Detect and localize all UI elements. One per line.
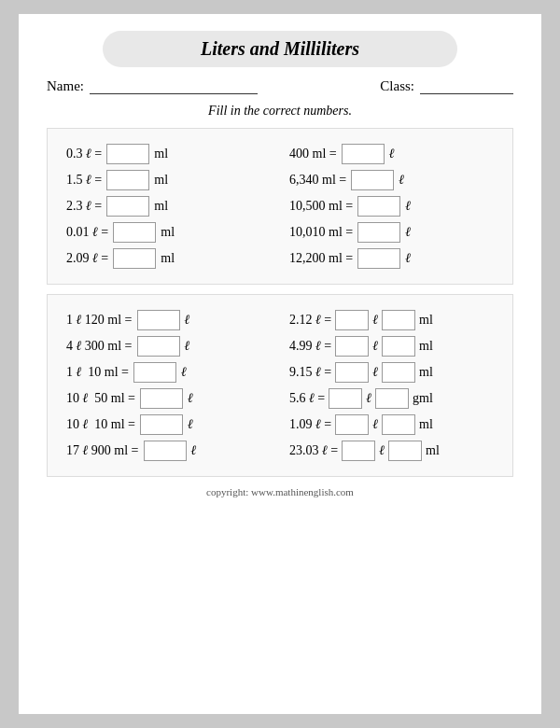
answer-input[interactable] <box>106 170 149 190</box>
right-label: 4.99 ℓ = <box>289 339 331 354</box>
copyright-text: copyright: www.mathinenglish.com <box>47 486 513 497</box>
answer-input[interactable] <box>382 362 415 383</box>
right-unit1: ℓ <box>372 339 378 354</box>
right-expr: 400 ml = ℓ <box>280 144 498 164</box>
right-expr: 5.6 ℓ = ℓ gml <box>280 388 498 409</box>
left-label: 1.5 ℓ = <box>66 173 102 188</box>
answer-input[interactable] <box>357 196 400 217</box>
name-class-row: Name: Class: <box>47 78 513 94</box>
left-label: 1 ℓ 120 ml = <box>66 313 133 328</box>
table-row: 4 ℓ 300 ml = ℓ 4.99 ℓ = ℓ ml <box>62 336 498 357</box>
right-unit2: ml <box>419 313 433 328</box>
table-row: 10 ℓ 10 ml = ℓ 1.09 ℓ = ℓ ml <box>62 414 498 435</box>
page-title: Liters and Milliliters <box>103 31 457 67</box>
left-label: 2.09 ℓ = <box>66 251 108 266</box>
right-label: 23.03 ℓ = <box>289 443 338 458</box>
left-unit: ml <box>161 225 175 240</box>
answer-input[interactable] <box>137 310 180 330</box>
table-row: 2.3 ℓ = ml 10,500 ml = ℓ <box>62 196 498 217</box>
right-expr: 2.12 ℓ = ℓ ml <box>280 310 498 330</box>
answer-input[interactable] <box>382 414 415 435</box>
answer-input[interactable] <box>342 441 375 461</box>
right-expr: 6,340 ml = ℓ <box>280 170 498 190</box>
left-unit: ℓ <box>188 391 193 406</box>
answer-input[interactable] <box>335 310 369 330</box>
left-expr: 10 ℓ 10 ml = ℓ <box>62 414 280 435</box>
worksheet-page: Liters and Milliliters Name: Class: Fill… <box>19 14 541 714</box>
answer-input[interactable] <box>144 441 187 461</box>
right-unit: ℓ <box>405 199 411 214</box>
answer-input[interactable] <box>382 336 415 357</box>
left-unit: ℓ <box>185 313 190 328</box>
answer-input[interactable] <box>357 248 400 269</box>
right-unit1: ℓ <box>366 391 371 406</box>
right-expr: 23.03 ℓ = ℓ ml <box>280 441 498 461</box>
left-label: 4 ℓ 300 ml = <box>66 339 133 354</box>
left-expr: 1 ℓ 120 ml = ℓ <box>62 310 280 330</box>
table-row: 0.01 ℓ = ml 10,010 ml = ℓ <box>62 222 498 243</box>
table-row: 10 ℓ 50 ml = ℓ 5.6 ℓ = ℓ gml <box>62 388 498 409</box>
answer-input[interactable] <box>388 441 422 461</box>
left-label: 2.3 ℓ = <box>66 199 102 214</box>
left-unit: ml <box>154 199 168 214</box>
name-label: Name: <box>47 78 84 94</box>
answer-input[interactable] <box>375 388 409 409</box>
left-expr: 1 ℓ 10 ml = ℓ <box>62 362 280 383</box>
left-unit: ℓ <box>185 339 190 354</box>
answer-input[interactable] <box>137 336 180 357</box>
instruction-text: Fill in the correct numbers. <box>47 104 513 119</box>
right-unit1: ℓ <box>372 365 378 380</box>
right-unit1: ℓ <box>372 313 378 328</box>
answer-input[interactable] <box>113 248 156 269</box>
class-input[interactable] <box>420 79 513 94</box>
answer-input[interactable] <box>335 362 369 383</box>
answer-input[interactable] <box>329 388 362 409</box>
answer-input[interactable] <box>113 222 156 243</box>
right-unit: ℓ <box>405 225 411 240</box>
table-row: 1 ℓ 10 ml = ℓ 9.15 ℓ = ℓ ml <box>62 362 498 383</box>
name-input[interactable] <box>90 79 258 94</box>
left-expr: 2.09 ℓ = ml <box>62 248 280 269</box>
right-label: 12,200 ml = <box>289 251 353 266</box>
right-unit1: ℓ <box>372 417 378 432</box>
right-label: 5.6 ℓ = <box>289 391 325 406</box>
answer-input[interactable] <box>382 310 415 330</box>
answer-input[interactable] <box>140 388 183 409</box>
right-unit: ℓ <box>389 147 395 161</box>
right-label: 2.12 ℓ = <box>289 313 331 328</box>
right-unit: ℓ <box>405 251 411 266</box>
answer-input[interactable] <box>140 414 183 435</box>
left-label: 17 ℓ 900 ml = <box>66 443 139 458</box>
right-unit2: ml <box>419 417 433 432</box>
right-expr: 12,200 ml = ℓ <box>280 248 498 269</box>
left-unit: ℓ <box>188 417 193 432</box>
left-expr: 0.3 ℓ = ml <box>62 144 280 164</box>
answer-input[interactable] <box>106 196 149 217</box>
left-label: 10 ℓ 50 ml = <box>66 391 135 406</box>
answer-input[interactable] <box>335 336 369 357</box>
right-label: 400 ml = <box>289 147 337 161</box>
class-label: Class: <box>380 78 414 94</box>
table-row: 2.09 ℓ = ml 12,200 ml = ℓ <box>62 248 498 269</box>
answer-input[interactable] <box>342 144 385 164</box>
right-expr: 1.09 ℓ = ℓ ml <box>280 414 498 435</box>
left-label: 10 ℓ 10 ml = <box>66 417 135 432</box>
answer-input[interactable] <box>106 144 149 164</box>
right-expr: 9.15 ℓ = ℓ ml <box>280 362 498 383</box>
class-field-group: Class: <box>380 78 513 94</box>
left-label: 1 ℓ 10 ml = <box>66 365 129 380</box>
left-unit: ml <box>154 173 168 188</box>
answer-input[interactable] <box>351 170 394 190</box>
right-unit1: ℓ <box>379 443 385 458</box>
right-unit2: ml <box>419 365 433 380</box>
table-row: 1 ℓ 120 ml = ℓ 2.12 ℓ = ℓ ml <box>62 310 498 330</box>
answer-input[interactable] <box>357 222 400 243</box>
table-row: 1.5 ℓ = ml 6,340 ml = ℓ <box>62 170 498 190</box>
right-expr: 10,500 ml = ℓ <box>280 196 498 217</box>
left-expr: 1.5 ℓ = ml <box>62 170 280 190</box>
answer-input[interactable] <box>335 414 369 435</box>
right-unit2: gml <box>413 391 433 406</box>
right-label: 6,340 ml = <box>289 173 346 188</box>
answer-input[interactable] <box>133 362 176 383</box>
right-label: 1.09 ℓ = <box>289 417 331 432</box>
